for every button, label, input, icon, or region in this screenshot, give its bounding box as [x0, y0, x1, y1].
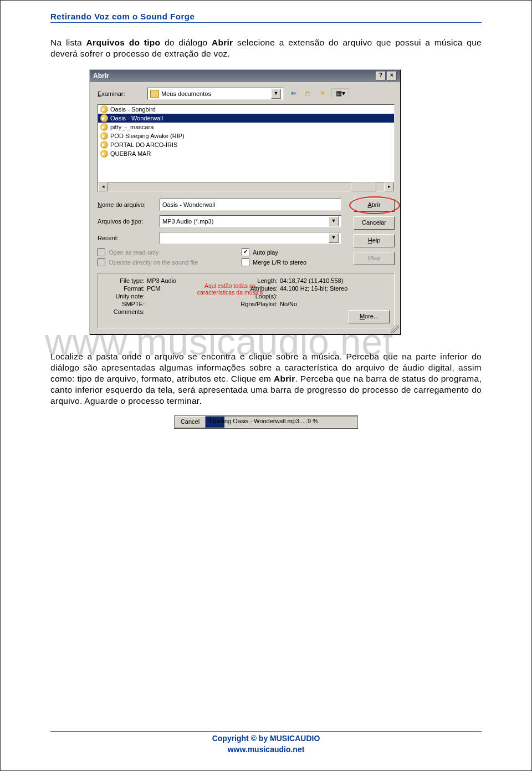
look-in-label: Examinar: — [98, 90, 147, 97]
chevron-down-icon[interactable]: ▼ — [329, 233, 339, 243]
info-label: File type: — [103, 277, 147, 284]
list-item[interactable]: Oasis - Songbird — [98, 105, 394, 114]
file-type-combo[interactable]: MP3 Audio (*.mp3)▼ — [160, 215, 341, 227]
look-in-value: Meus documentos — [161, 90, 211, 97]
file-type-label: Arquivos do tipo: — [98, 218, 160, 225]
text: Na lista — [50, 38, 86, 47]
dialog-titlebar[interactable]: Abrir ? × — [90, 70, 400, 82]
text: do diálogo — [160, 38, 212, 47]
resize-grip-icon[interactable] — [391, 325, 399, 333]
view-mode-button[interactable]: ▦▾ — [331, 88, 349, 99]
text-bold: Abrir — [212, 38, 233, 47]
help-button[interactable]: Help — [354, 234, 395, 247]
checkbox-icon — [98, 258, 105, 266]
audio-file-icon — [100, 141, 108, 149]
footer-copyright: Copyright © by MUSICAUDIO — [50, 733, 482, 744]
file-name-input[interactable]: Oasis - Wonderwall — [160, 199, 341, 211]
scroll-left-button[interactable]: ◂ — [98, 182, 108, 191]
info-value: 04:18,742 (11.410.558) — [280, 277, 343, 284]
info-label: SMPTE: — [103, 301, 147, 307]
info-value: 44.100 Hz; 16-bit; Stereo — [280, 285, 347, 292]
text-bold: Arquivos do tipo — [86, 38, 161, 47]
list-item[interactable]: PORTAL DO ARCO-ÍRIS — [98, 140, 394, 149]
status-progress: Loading Oasis - Wonderwall.mp3.....9 % — [206, 416, 357, 428]
more-button[interactable]: More... — [349, 310, 390, 323]
list-item-selected[interactable]: Oasis - Wonderwall — [98, 114, 394, 123]
list-item[interactable]: pitty_-_mascara — [98, 123, 394, 131]
recent-combo[interactable]: ▼ — [160, 232, 341, 244]
titlebar-close-button[interactable]: × — [387, 72, 397, 80]
audio-file-icon — [100, 150, 108, 158]
file-name-label: Nome do arquivo: — [98, 201, 160, 208]
file-info-panel: File type:MP3 Audio Format:PCM Unity not… — [98, 273, 395, 328]
footer-rule — [50, 731, 482, 732]
play-button[interactable]: Play — [354, 252, 395, 265]
look-in-combo[interactable]: Meus documentos ▼ — [147, 88, 284, 100]
nav-back-button[interactable]: ⇐ — [288, 88, 299, 99]
horizontal-scrollbar[interactable]: ◂ ▸ — [98, 182, 394, 191]
status-cancel-button[interactable]: Cancel — [175, 416, 206, 428]
status-bar-screenshot: Cancel Loading Oasis - Wonderwall.mp3...… — [174, 415, 358, 429]
audio-file-icon — [100, 132, 108, 140]
info-label: Format: — [103, 285, 147, 292]
open-dialog: Abrir ? × Examinar: Meus documentos ▼ — [89, 69, 401, 334]
header-rule — [50, 22, 482, 23]
scroll-thumb[interactable] — [351, 182, 376, 191]
info-value: MP3 Audio — [147, 277, 176, 284]
info-value: No/No — [280, 301, 297, 307]
audio-file-icon — [100, 123, 108, 131]
new-folder-button[interactable]: ✳ — [317, 88, 328, 99]
paragraph-2: Localize a pasta onde o arquivo se encon… — [50, 351, 482, 407]
list-item[interactable]: POD Sleeping Awake (RIP) — [98, 131, 394, 140]
text-bold: Abrir — [274, 374, 295, 383]
annotation-red-note: Aqui estão todas as características da m… — [197, 282, 263, 296]
folder-icon — [150, 90, 159, 98]
open-readonly-checkbox: Open as read-only — [98, 248, 242, 256]
file-list[interactable]: Oasis - Songbird Oasis - Wonderwall pitt… — [98, 104, 395, 192]
titlebar-help-button[interactable]: ? — [376, 72, 386, 80]
footer-url: www.musicaudio.net — [50, 744, 482, 755]
checkbox-icon — [98, 248, 105, 256]
nav-up-button[interactable]: 🗀 — [303, 88, 314, 99]
operate-directly-checkbox: Operate directly on the sound file — [98, 258, 242, 266]
checkbox-icon — [242, 258, 249, 266]
list-item[interactable]: QUEBRA MAR — [98, 149, 394, 158]
recent-label: Recent: — [98, 235, 160, 241]
paragraph-1: Na lista Arquivos do tipo do diálogo Abr… — [50, 37, 482, 59]
page-header-title: Retirando Voz com o Sound Forge — [50, 12, 482, 21]
scroll-right-button[interactable]: ▸ — [384, 182, 394, 191]
chevron-down-icon[interactable]: ▼ — [329, 216, 339, 226]
info-label: Comments: — [103, 308, 147, 315]
footer: Copyright © by MUSICAUDIO www.musicaudio… — [50, 733, 482, 755]
audio-file-icon — [100, 114, 108, 122]
info-label: Unity note: — [103, 293, 147, 300]
checkbox-icon: ✔ — [242, 248, 249, 256]
info-label: Rgns/Playlist: — [236, 301, 280, 307]
scroll-track[interactable] — [108, 182, 384, 191]
info-value: PCM — [147, 285, 160, 292]
dialog-title: Abrir — [93, 72, 109, 80]
merge-lr-checkbox[interactable]: Merge L/R to stereo — [242, 258, 306, 266]
chevron-down-icon[interactable]: ▼ — [271, 89, 281, 99]
open-button[interactable]: Abrir — [354, 199, 395, 212]
cancel-button[interactable]: Cancelar — [354, 216, 395, 230]
audio-file-icon — [100, 105, 108, 113]
auto-play-checkbox[interactable]: ✔ Auto play — [242, 248, 306, 256]
